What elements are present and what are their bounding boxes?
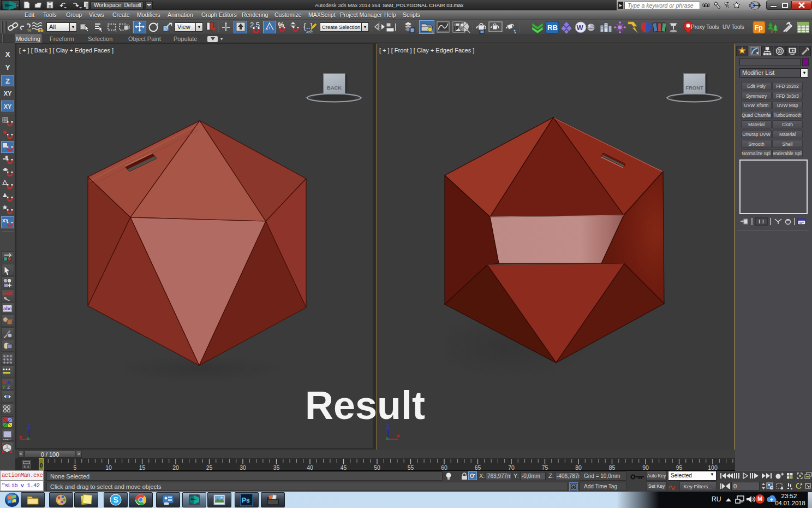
svg-text:70: 70 xyxy=(508,464,515,471)
svg-text:abc: abc xyxy=(3,306,12,311)
svg-text:Z: Z xyxy=(7,385,10,389)
svg-text:75: 75 xyxy=(542,464,548,471)
svg-text:%: % xyxy=(27,28,31,32)
svg-text:50: 50 xyxy=(374,464,380,471)
svg-text:25: 25 xyxy=(206,464,213,471)
svg-text:65: 65 xyxy=(475,464,481,471)
svg-text:Y: Y xyxy=(2,385,5,389)
svg-text:MOD: MOD xyxy=(3,291,13,296)
svg-text:40: 40 xyxy=(307,464,313,471)
svg-text:Ps: Ps xyxy=(242,497,250,504)
svg-text:80: 80 xyxy=(575,464,582,471)
svg-text:35: 35 xyxy=(273,464,280,471)
svg-text:100: 100 xyxy=(708,464,718,471)
svg-text:10: 10 xyxy=(105,464,112,471)
svg-text:Z: Z xyxy=(27,424,31,430)
svg-text:Fp: Fp xyxy=(755,24,763,32)
svg-text:55: 55 xyxy=(408,464,414,471)
svg-text:90: 90 xyxy=(642,464,649,471)
svg-text:vray: vray xyxy=(3,438,11,440)
svg-text:RB: RB xyxy=(547,23,558,32)
svg-text:30: 30 xyxy=(240,464,246,471)
svg-text:45: 45 xyxy=(341,464,347,471)
svg-text:95: 95 xyxy=(676,464,683,471)
svg-text:W: W xyxy=(577,23,584,32)
svg-text:20: 20 xyxy=(172,464,179,471)
svg-text:5: 5 xyxy=(74,464,77,471)
svg-text:60: 60 xyxy=(441,464,447,471)
svg-text:85: 85 xyxy=(609,464,616,471)
svg-text:S: S xyxy=(114,495,118,504)
svg-text:15: 15 xyxy=(139,464,146,471)
